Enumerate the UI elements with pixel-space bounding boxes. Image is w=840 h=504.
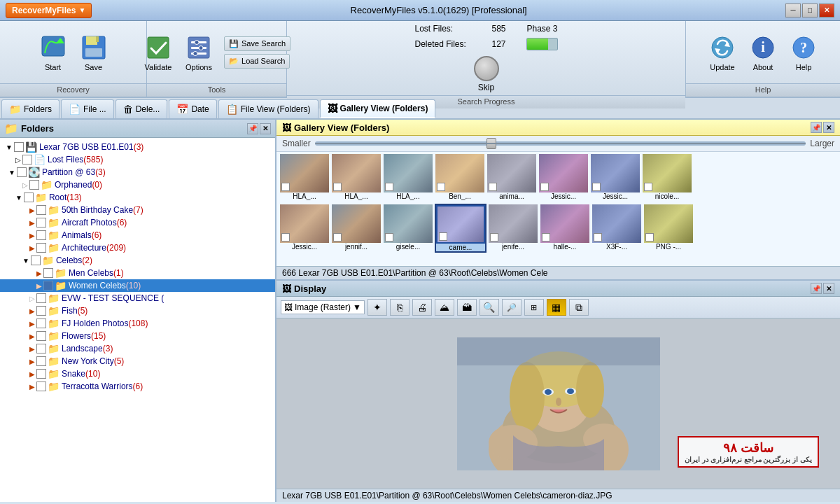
tab-file[interactable]: 📄 File ... bbox=[61, 99, 114, 118]
gallery-item-jessic2[interactable]: Jessic... bbox=[590, 153, 640, 201]
gallery-item-jessic1[interactable]: Jessic... bbox=[538, 153, 589, 201]
check-womencelets[interactable] bbox=[43, 281, 53, 290]
check-root[interactable] bbox=[24, 192, 34, 202]
check-partition[interactable] bbox=[17, 167, 27, 177]
tab-fileview[interactable]: 📋 File View (Folders) bbox=[218, 99, 318, 118]
check-hla2[interactable] bbox=[333, 183, 342, 191]
check-hla1[interactable] bbox=[281, 183, 290, 191]
gallery-item-jessic3[interactable]: Jessic... bbox=[279, 204, 330, 253]
tree-item-fjholden[interactable]: ▶ 📁 FJ Holden Photos (108) bbox=[0, 317, 275, 330]
maximize-button[interactable]: □ bbox=[802, 4, 818, 18]
check-lostfiles[interactable] bbox=[22, 155, 32, 164]
gallery-item-gisele[interactable]: gisele... bbox=[383, 204, 433, 253]
save-search-button[interactable]: 💾 Save Search bbox=[224, 36, 290, 51]
skip-button[interactable]: Skip bbox=[467, 53, 506, 95]
check-halle[interactable] bbox=[542, 233, 550, 241]
check-jessic2[interactable] bbox=[592, 183, 601, 191]
check-celebs[interactable] bbox=[31, 255, 41, 265]
gallery-close-button[interactable]: ✕ bbox=[823, 122, 834, 133]
copy-button[interactable]: ⎘ bbox=[390, 299, 410, 316]
save-button[interactable]: Save bbox=[76, 31, 112, 74]
tree-item-partition[interactable]: ▼ 💽 Partition @ 63 (3) bbox=[0, 166, 275, 178]
expand-lostfiles[interactable]: ▷ bbox=[15, 156, 21, 164]
check-anima[interactable] bbox=[489, 183, 497, 191]
tree-item-animals[interactable]: ▶ 📁 Animals (6) bbox=[0, 229, 275, 241]
gallery-item-halle[interactable]: halle-... bbox=[540, 204, 590, 253]
gallery-item-x3f[interactable]: X3F-... bbox=[592, 204, 642, 253]
print-button[interactable]: 🖨 bbox=[412, 299, 432, 316]
display-close-button[interactable]: ✕ bbox=[823, 283, 834, 294]
grid-view-button[interactable]: ▦ bbox=[547, 299, 566, 316]
gallery-item-hla3[interactable]: HLA_... bbox=[383, 153, 433, 201]
check-birthday[interactable] bbox=[36, 205, 46, 215]
check-nicole[interactable] bbox=[644, 183, 652, 191]
check-mencelets[interactable] bbox=[43, 268, 53, 278]
check-fish[interactable] bbox=[36, 306, 46, 316]
help-button[interactable]: ? Help bbox=[785, 31, 822, 74]
tree-item-lostfiles[interactable]: ▷ 📄 Lost Files (585) bbox=[0, 153, 275, 166]
tab-date[interactable]: 📅 Date bbox=[169, 99, 216, 118]
check-evw[interactable] bbox=[36, 293, 46, 303]
check-aircraft[interactable] bbox=[36, 218, 46, 227]
tree-item-snake[interactable]: ▶ 📁 Snake (10) bbox=[0, 368, 275, 380]
zoom-in-button[interactable]: 🔍 bbox=[479, 299, 499, 316]
check-jessic1[interactable] bbox=[540, 183, 549, 191]
tree-item-architecture[interactable]: ▶ 📁 Architecture (209) bbox=[0, 241, 275, 254]
clone-button[interactable]: ⧉ bbox=[569, 299, 589, 316]
mountain1-button[interactable]: ⛰ bbox=[435, 299, 454, 316]
tree-item-flowers[interactable]: ▶ 📁 Flowers (15) bbox=[0, 330, 275, 342]
expand-orphaned[interactable]: ▷ bbox=[22, 181, 28, 189]
tree-item-evw[interactable]: ▷ 📁 EVW - TEST SEQUENCE ( bbox=[0, 292, 275, 304]
gallery-pin-button[interactable]: 📌 bbox=[811, 122, 822, 133]
check-landscape[interactable] bbox=[36, 344, 46, 354]
check-ben[interactable] bbox=[437, 183, 445, 191]
tree-item-nyc[interactable]: ▶ 📁 New York City (5) bbox=[0, 355, 275, 368]
check-terracotta[interactable] bbox=[36, 382, 46, 391]
image-type-dropdown[interactable]: 🖼 Image (Raster) ▼ bbox=[281, 300, 365, 314]
tab-deleted[interactable]: 🗑 Dele... bbox=[115, 99, 168, 118]
size-slider[interactable] bbox=[315, 141, 806, 146]
display-pin-button[interactable]: 📌 bbox=[811, 283, 822, 294]
gallery-item-hla2[interactable]: HLA_... bbox=[331, 153, 382, 201]
close-button[interactable]: ✕ bbox=[819, 4, 834, 18]
check-animals[interactable] bbox=[36, 230, 46, 240]
check-png[interactable] bbox=[645, 233, 654, 241]
check-lexar[interactable] bbox=[14, 142, 24, 152]
check-hla3[interactable] bbox=[385, 183, 393, 191]
logo-button[interactable]: RecoverMyFiles ▼ bbox=[6, 3, 92, 18]
validate-button[interactable]: Validate bbox=[140, 31, 176, 74]
tree-item-root[interactable]: ▼ 📁 Root (13) bbox=[0, 191, 275, 204]
gallery-item-nicole[interactable]: nicole... bbox=[642, 153, 692, 201]
tree-item-aircraft[interactable]: ▶ 📁 Aircraft Photos (6) bbox=[0, 216, 275, 229]
tab-folders[interactable]: 📁 Folders bbox=[1, 99, 59, 118]
gallery-item-jenife[interactable]: jenife... bbox=[488, 204, 538, 253]
magic-wand-button[interactable]: ✦ bbox=[368, 299, 387, 316]
check-gisele[interactable] bbox=[385, 233, 393, 241]
start-button[interactable]: Start bbox=[35, 31, 71, 74]
expand-partition[interactable]: ▼ bbox=[8, 169, 15, 176]
tree-item-womencelets[interactable]: ▶ 📁 Women Celebs (10) bbox=[0, 279, 275, 292]
check-architecture[interactable] bbox=[36, 243, 46, 253]
gallery-item-png[interactable]: PNG -... bbox=[643, 204, 694, 253]
check-x3f[interactable] bbox=[594, 233, 602, 241]
tree-item-terracotta[interactable]: ▶ 📁 Terracotta Warriors (6) bbox=[0, 380, 275, 393]
tree-item-landscape[interactable]: ▶ 📁 Landscape (3) bbox=[0, 342, 275, 355]
folders-close-button[interactable]: ✕ bbox=[260, 123, 271, 134]
tree-item-birthday[interactable]: ▶ 📁 50th Birthday Cake (7) bbox=[0, 204, 275, 216]
check-fjholden[interactable] bbox=[36, 318, 46, 328]
gallery-item-ben[interactable]: Ben_... bbox=[435, 153, 485, 201]
check-came[interactable] bbox=[439, 232, 447, 241]
check-jessic3[interactable] bbox=[281, 233, 290, 241]
fit-button[interactable]: ⊞ bbox=[524, 299, 544, 316]
tab-galleryview[interactable]: 🖼 Gallery View (Folders) bbox=[320, 99, 436, 118]
tree-item-fish[interactable]: ▶ 📁 Fish (5) bbox=[0, 304, 275, 317]
expand-evw[interactable]: ▷ bbox=[29, 295, 35, 302]
expand-lexar[interactable]: ▼ bbox=[6, 144, 13, 151]
check-snake[interactable] bbox=[36, 369, 46, 379]
check-nyc[interactable] bbox=[36, 356, 46, 366]
gallery-item-anima[interactable]: anima... bbox=[486, 153, 537, 201]
check-flowers[interactable] bbox=[36, 331, 46, 341]
check-jennif[interactable] bbox=[333, 233, 342, 241]
tree-item-lexar[interactable]: ▼ 💾 Lexar 7GB USB E01.E01 (3) bbox=[0, 141, 275, 153]
tree-item-mencelets[interactable]: ▶ 📁 Men Celebs (1) bbox=[0, 267, 275, 279]
